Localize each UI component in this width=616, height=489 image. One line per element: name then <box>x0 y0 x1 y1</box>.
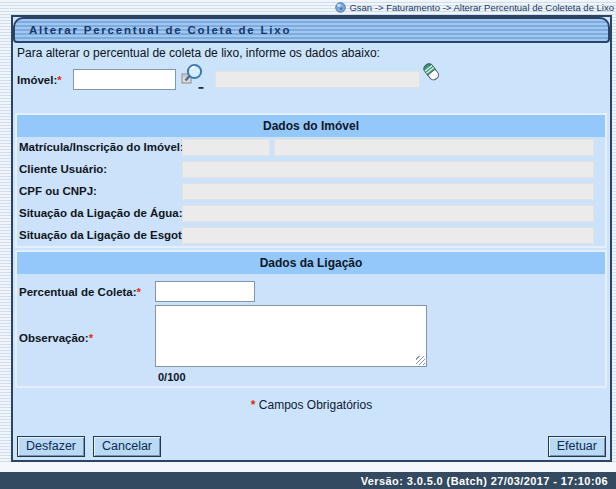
required-asterisk: * <box>251 398 256 412</box>
instruction-text: Para alterar o percentual de coleta de l… <box>17 46 380 60</box>
cpf-cnpj-field <box>182 183 594 200</box>
desfazer-button[interactable]: Desfazer <box>17 436 85 457</box>
help-ball-icon[interactable] <box>335 2 346 13</box>
observacao-label: Observação:* <box>19 332 93 344</box>
footer-gap <box>0 462 616 472</box>
situacao-agua-field <box>182 205 594 222</box>
situacao-agua-label: Situação da Ligação de Água: <box>19 207 183 219</box>
imovel-input[interactable] <box>73 69 176 90</box>
magnifier-icon[interactable] <box>180 63 205 94</box>
eraser-icon[interactable] <box>420 61 442 89</box>
imovel-label: Imóvel:* <box>17 74 62 86</box>
matricula-label: Matrícula/Inscrição do Imóvel: <box>19 141 184 153</box>
textarea-resize-handle[interactable] <box>416 356 425 365</box>
matricula-field <box>182 139 270 156</box>
required-fields-note: * Campos Obrigatórios <box>13 398 610 412</box>
required-asterisk: * <box>137 286 141 298</box>
section-header-dados-imovel: Dados do Imóvel <box>17 115 605 137</box>
breadcrumb-trail[interactable]: Gsan -> Faturamento -> Alterar Percentua… <box>349 2 614 13</box>
situacao-esgoto-field <box>182 227 594 244</box>
page: Gsan -> Faturamento -> Alterar Percentua… <box>0 0 616 489</box>
required-asterisk: * <box>57 74 61 86</box>
form-window: Alterar Percentual de Coleta de Lixo Par… <box>11 15 612 462</box>
char-counter: 0/100 <box>158 371 186 383</box>
situacao-esgoto-label: Situação da Ligação de Esgoto: <box>19 229 193 241</box>
section-dados-imovel: Dados do Imóvel Matrícula/Inscrição do I… <box>15 113 607 248</box>
cancelar-button[interactable]: Cancelar <box>93 436 161 457</box>
efetuar-button[interactable]: Efetuar <box>548 436 606 457</box>
footer-bar: Versão: 3.0.5.0 (Batch) 27/03/2017 - 17:… <box>0 472 616 489</box>
inscricao-field <box>274 139 594 156</box>
imovel-name-display <box>215 71 420 88</box>
version-text: Versão: 3.0.5.0 (Batch) 27/03/2017 - 17:… <box>361 475 608 487</box>
required-asterisk: * <box>89 332 93 344</box>
cliente-usuario-label: Cliente Usuário: <box>19 163 107 175</box>
page-title: Alterar Percentual de Coleta de Lixo <box>13 17 610 43</box>
percentual-coleta-input[interactable] <box>155 281 255 302</box>
cpf-cnpj-label: CPF ou CNPJ: <box>19 185 97 197</box>
breadcrumb: Gsan -> Faturamento -> Alterar Percentua… <box>0 0 614 14</box>
percentual-coleta-label: Percentual de Coleta:* <box>19 286 141 298</box>
observacao-textarea[interactable] <box>155 305 427 367</box>
section-header-dados-ligacao: Dados da Ligação <box>17 252 605 274</box>
section-dados-ligacao: Dados da Ligação Percentual de Coleta:* … <box>15 250 607 388</box>
cliente-usuario-field <box>182 161 594 178</box>
